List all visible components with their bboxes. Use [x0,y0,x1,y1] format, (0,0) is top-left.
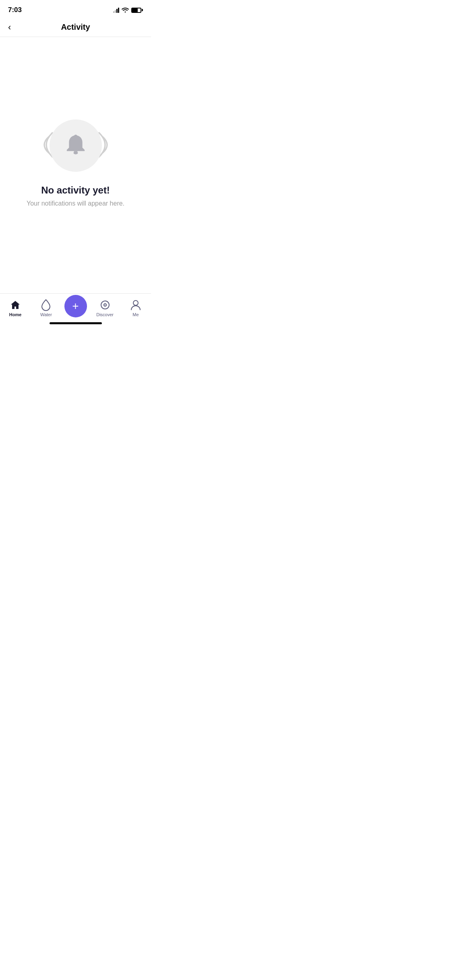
nav-label-discover: Discover [96,312,114,317]
battery-icon [131,8,143,13]
nav-item-me[interactable]: Me [120,299,151,317]
nav-label-water: Water [40,312,52,317]
bell-icon [64,134,88,158]
svg-point-2 [101,301,109,309]
status-time: 7:03 [8,6,22,14]
water-icon [40,299,52,311]
plus-icon: + [72,301,79,312]
nav-item-discover[interactable]: Discover [90,299,120,317]
page-title: Activity [61,23,90,32]
svg-point-4 [133,301,138,305]
discover-icon [99,299,111,311]
main-content: No activity yet! Your notifications will… [0,37,151,290]
bell-illustration [50,119,102,172]
svg-point-1 [73,151,78,154]
signal-icon [113,7,119,13]
nav-label-me: Me [132,312,139,317]
bottom-navigation: Home Water + Discover [0,293,151,327]
profile-icon [130,299,141,311]
status-bar: 7:03 [0,0,151,18]
empty-state-title: No activity yet! [41,185,110,196]
page-header: ‹ Activity [0,18,151,37]
nav-label-home: Home [9,312,22,317]
add-button[interactable]: + [64,295,87,317]
status-icons [113,7,143,14]
svg-point-3 [104,304,106,306]
bell-circle [50,119,102,172]
nav-item-water[interactable]: Water [31,299,61,317]
nav-item-home[interactable]: Home [0,299,31,317]
back-button[interactable]: ‹ [8,22,11,33]
home-icon [10,299,21,311]
empty-state-subtitle: Your notifications will appear here. [27,200,124,207]
home-indicator [50,322,102,324]
nav-item-add[interactable]: + [62,299,90,317]
wifi-icon [122,7,129,14]
svg-point-0 [74,135,77,138]
